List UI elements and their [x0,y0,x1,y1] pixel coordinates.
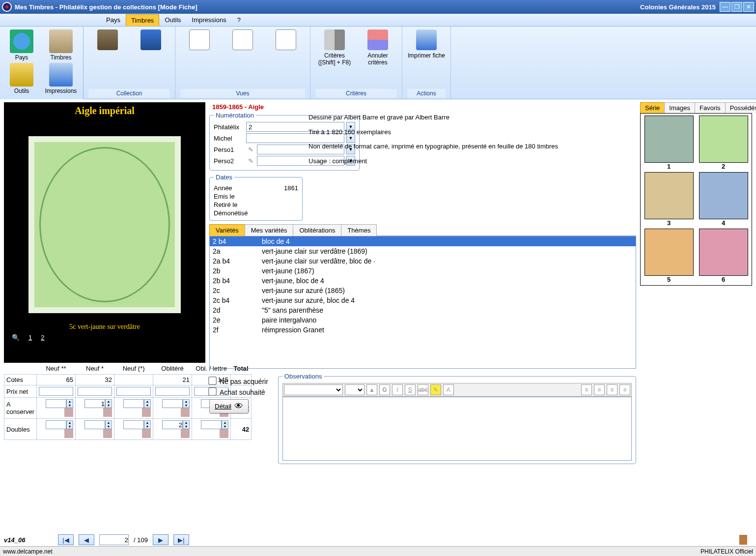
ribbon-ic-books[interactable] [88,29,127,52]
series-tab-possédés[interactable]: Possédés [725,102,756,113]
series-tab-favoris[interactable]: Favoris [695,102,726,113]
variety-row[interactable]: 2avert-jaune clair sur verdâtre (1869) [210,246,636,256]
qty-input[interactable] [46,420,66,429]
ribbon-Imprimer fiche[interactable]: Imprimer fiche [407,29,446,59]
observations-text[interactable] [282,397,632,461]
thumb-1[interactable]: 1 [643,116,695,170]
last-record-button[interactable]: ▶| [173,534,189,545]
thumb-3[interactable]: 3 [643,172,695,227]
menu-item-?[interactable]: ? [232,14,246,26]
stamps-mini-icon[interactable] [103,408,112,417]
spinner[interactable]: ▲▼ [144,399,151,408]
thumb-5[interactable]: 5 [643,229,695,283]
stamps-mini-icon[interactable] [103,429,112,438]
series-tab-images[interactable]: Images [664,102,695,113]
detail-button[interactable]: Détail 👁 [209,399,249,413]
font-family-select[interactable] [284,384,343,395]
align-center-button[interactable]: ≡ [594,384,605,395]
thumb-6[interactable]: 6 [697,229,750,283]
maximize-button[interactable]: ❐ [731,2,742,12]
menu-item-pays[interactable]: Pays [101,14,126,26]
no-acquire-checkbox[interactable]: Ne pas acquérir [209,378,268,385]
font-color-button[interactable]: A [443,384,454,395]
stamps-mini-icon[interactable] [64,408,73,417]
qty-input[interactable] [162,399,183,408]
size-up-icon[interactable]: ▲ [366,384,377,395]
variety-row[interactable]: 2cvert-jaune sur azuré (1865) [210,286,636,295]
qty-input[interactable] [46,399,66,408]
align-justify-button[interactable]: ≡ [619,384,630,395]
font-size-select[interactable] [345,384,364,395]
price-input[interactable] [116,387,151,396]
menu-item-impressions[interactable]: Impressions [187,14,232,26]
variety-row[interactable]: 2d"5" sans parenthèse [210,305,636,315]
ribbon-Annuler critères[interactable]: Annuler critères [359,29,397,66]
wish-buy-checkbox[interactable]: Achat souhaité [209,388,268,396]
qty-input[interactable] [84,420,105,429]
thumb-2[interactable]: 2 [697,116,750,170]
zoom-icon[interactable]: 🔍 [12,334,20,341]
prev-record-button[interactable]: ◀ [79,534,94,545]
table-header: Neuf (*) [114,363,153,375]
series-tab-série[interactable]: Série [640,102,665,113]
variety-row[interactable]: 2 b4bloc de 4 [210,236,636,246]
variety-row[interactable]: 2epaire intergalvano [210,315,636,325]
first-record-button[interactable]: |◀ [58,534,74,545]
ribbon-ic-sheets[interactable] [180,29,219,52]
next-record-button[interactable]: ▶ [153,534,168,545]
detail-tab-variétés[interactable]: Variétés [209,224,245,236]
stamps-mini-icon[interactable] [64,429,73,438]
stamps-mini-icon[interactable] [181,408,190,417]
variety-row[interactable]: 2a b4vert-jaune clair sur verdâtre, bloc… [210,256,636,266]
stamps-mini-icon[interactable] [142,408,151,417]
left-button-outils[interactable]: Outils [2,63,41,94]
ribbon-ic-sheets[interactable] [224,29,262,52]
stamp-page-1[interactable]: 1 [28,334,32,341]
stamps-mini-icon[interactable] [181,429,190,438]
qty-input[interactable] [123,420,144,429]
variety-row[interactable]: 2bvert-jaune (1867) [210,266,636,276]
left-button-impressions[interactable]: Impressions [41,63,81,94]
ribbon-ic-sheets[interactable] [267,29,305,52]
align-left-button[interactable]: ≡ [581,384,592,395]
thumb-4[interactable]: 4 [697,172,750,227]
spinner[interactable]: ▲▼ [144,420,151,429]
price-input[interactable] [39,387,73,396]
left-button-timbres[interactable]: Timbres [41,29,81,61]
detail-tab-mes variétés[interactable]: Mes variétés [245,224,294,236]
close-button[interactable]: ✕ [743,2,754,12]
spinner[interactable]: ▲▼ [183,399,190,408]
minimize-button[interactable]: — [720,2,730,12]
detail-tab-oblitérations[interactable]: Oblitérations [293,224,341,236]
ribbon-Critères ([Shift] + F8)[interactable]: Critères ([Shift] + F8) [315,29,354,66]
spinner[interactable]: ▲▼ [105,420,112,429]
price-input[interactable] [78,387,112,396]
qty-input[interactable] [84,399,105,408]
menu-item-outils[interactable]: Outils [159,14,186,26]
variety-row[interactable]: 2fréimpression Granet [210,325,636,335]
stamp-page-2[interactable]: 2 [41,334,44,341]
spinner[interactable]: ▲▼ [66,399,73,408]
highlight-button[interactable]: ✎ [430,384,441,395]
align-right-button[interactable]: ≡ [607,384,617,395]
stamps-mini-icon[interactable] [142,429,151,438]
price-input[interactable] [155,387,190,396]
variety-row[interactable]: 2b b4vert-jaune, bloc de 4 [210,276,636,286]
italic-button[interactable]: I [392,384,403,395]
qty-input[interactable] [162,420,183,429]
varieties-list[interactable]: 2 b4bloc de 42avert-jaune clair sur verd… [209,236,636,369]
menu-item-timbres[interactable]: Timbres [126,14,159,26]
ribbon-ic-floppy[interactable] [132,29,170,52]
left-button-pays[interactable]: Pays [2,29,41,61]
underline-button[interactable]: S [405,384,416,395]
detail-tab-thèmes[interactable]: Thèmes [341,224,377,236]
variety-row[interactable]: 2c b4vert-jaune sur azuré, bloc de 4 [210,295,636,305]
bold-button[interactable]: G [379,384,390,395]
spinner[interactable]: ▲▼ [183,420,190,429]
qty-input[interactable] [123,399,144,408]
record-number-input[interactable] [99,534,129,545]
spinner[interactable]: ▲▼ [105,399,112,408]
exit-icon[interactable] [739,535,747,545]
spinner[interactable]: ▲▼ [66,420,73,429]
strike-button[interactable]: abc [418,384,428,395]
